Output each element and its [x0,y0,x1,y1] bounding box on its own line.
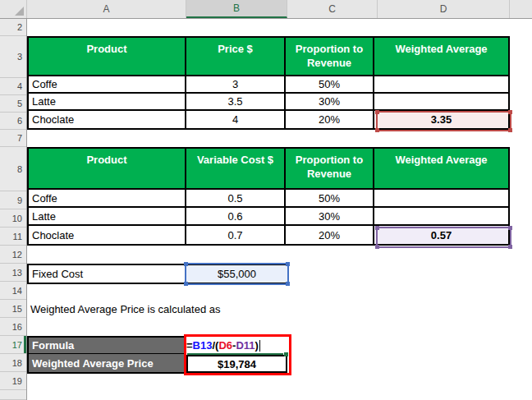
cell-c10[interactable]: 30% [286,208,374,226]
spreadsheet: A B C D 2 3 4 5 6 7 8 9 10 11 12 13 14 1… [0,0,532,400]
cost-table-header-value[interactable]: Variable Cost $ [186,149,286,190]
row-header-15[interactable]: 15 [0,300,26,318]
row-header-2[interactable]: 2 [0,19,26,36]
price-table-header-product[interactable]: Product [29,38,186,76]
row-header-8[interactable]: 8 [0,147,26,191]
row-header-11[interactable]: 11 [0,228,26,246]
cell-a5[interactable]: Latte [29,94,186,111]
note-text: Weighted Average Price is calculated as [30,303,221,315]
row-header-4[interactable]: 4 [0,78,26,95]
active-row-indicator [24,336,26,353]
row-header-13[interactable]: 13 [0,264,26,282]
active-cell-border [187,353,283,355]
row-header-7[interactable]: 7 [0,130,26,147]
cell-d10[interactable] [374,208,508,226]
cost-table-header-product[interactable]: Product [29,149,186,190]
select-all-triangle-icon [15,7,24,16]
cell-c4[interactable]: 50% [286,76,374,94]
row-header-3[interactable]: 3 [0,36,26,78]
column-header-strip: A B C D [0,0,532,19]
formula-part-ref-b13: B13 [193,339,213,352]
cell-b9[interactable]: 0.5 [186,190,286,208]
cell-a9[interactable]: Coffe [29,190,186,208]
cell-b18-result-value[interactable]: $19,784 [186,355,287,373]
row-header-18[interactable]: 18 [0,354,26,372]
cell-d5[interactable] [374,94,508,111]
cell-b6[interactable]: 4 [186,111,286,128]
drag-handle[interactable] [375,226,379,230]
cell-c5[interactable]: 30% [286,94,374,111]
row-header-14[interactable]: 14 [0,282,26,300]
row-header-20-partial[interactable] [0,390,26,400]
cell-d9[interactable] [374,190,508,208]
fixed-cost-label[interactable]: Fixed Cost [29,265,186,283]
drag-handle[interactable] [375,110,379,114]
row-header-5[interactable]: 5 [0,95,26,113]
drag-handle[interactable] [508,226,512,230]
formula-cell-b17[interactable]: =B13/(D6-D11) [186,337,287,354]
cell-b4[interactable]: 3 [186,76,286,94]
cell-a6[interactable]: Choclate [29,111,186,128]
price-table-header-proportion[interactable]: Proportion to Revenue [286,38,374,76]
formula-part-ref-d11: D11 [236,339,255,352]
row-header-9[interactable]: 9 [0,191,26,209]
formula-label-cell[interactable]: Formula [27,336,186,355]
drag-handle[interactable] [286,282,290,286]
drag-handle[interactable] [286,262,290,266]
reference-box-d11[interactable] [376,227,511,248]
row-header-strip: 2 3 4 5 6 7 8 9 10 11 12 13 14 15 16 17 … [0,19,27,400]
drag-handle[interactable] [375,245,379,249]
drag-handle[interactable] [184,262,188,266]
column-header-e-partial[interactable] [510,0,532,18]
fill-handle[interactable] [284,352,288,356]
row-header-12[interactable]: 12 [0,246,26,264]
formula-part: = [186,339,193,352]
row-header-19[interactable]: 19 [0,372,26,390]
drag-handle[interactable] [375,128,379,132]
column-header-c[interactable]: C [287,0,378,18]
row-header-10[interactable]: 10 [0,209,26,228]
cell-a10[interactable]: Latte [29,208,186,226]
row-header-6[interactable]: 6 [0,113,26,130]
cost-table-header-proportion[interactable]: Proportion to Revenue [286,149,374,190]
formula-part: ) [255,339,259,352]
cell-d4[interactable] [374,76,508,94]
formula-part-ref-d6: D6 [218,339,232,352]
cost-table-header-weighted[interactable]: Weighted Average [374,149,508,190]
reference-box-b13[interactable] [185,263,289,285]
cell-c6[interactable]: 20% [286,111,374,128]
drag-handle[interactable] [508,245,512,249]
text-cursor [259,340,260,352]
select-all-button[interactable] [0,0,27,18]
price-table-header-value[interactable]: Price $ [186,38,286,76]
cell-b5[interactable]: 3.5 [186,94,286,111]
cell-b10[interactable]: 0.6 [186,208,286,226]
cell-c11[interactable]: 20% [286,226,374,244]
price-table-header-weighted[interactable]: Weighted Average [374,38,508,76]
column-header-a[interactable]: A [27,0,186,18]
column-header-d[interactable]: D [378,0,510,18]
reference-box-d6[interactable] [376,111,511,131]
drag-handle[interactable] [184,282,188,286]
cell-a4[interactable]: Coffe [29,76,186,94]
cell-c9[interactable]: 50% [286,190,374,208]
drag-handle[interactable] [508,110,512,114]
column-header-b-selected[interactable]: B [186,0,287,18]
row-header-17-active[interactable]: 17 [0,336,26,354]
row-header-16[interactable]: 16 [0,318,26,336]
formula-part: /( [212,339,218,352]
cell-a11[interactable]: Choclate [29,226,186,244]
result-label-cell[interactable]: Weighted Average Price [27,354,186,374]
row-number-17: 17 [12,340,22,350]
drag-handle[interactable] [508,128,512,132]
cell-b11[interactable]: 0.7 [186,226,286,244]
